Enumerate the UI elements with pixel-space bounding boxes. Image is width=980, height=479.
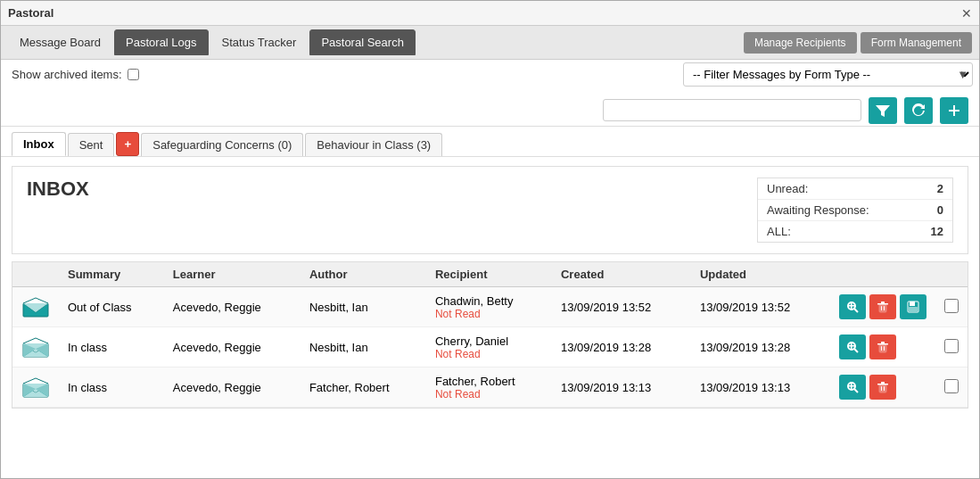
row2-recipient: Cherry, Daniel Not Read [426,327,552,368]
row1-delete-button[interactable] [869,294,896,319]
tab-pastoral-logs[interactable]: Pastoral Logs [114,29,209,55]
row1-view-button[interactable] [839,294,866,319]
email-read2-svg [22,376,49,398]
subtab-safeguarding[interactable]: Safeguarding Concerns (0) [141,133,303,156]
row1-checkbox[interactable] [944,299,959,313]
row2-action-btns [839,334,926,359]
title-bar: Pastoral ✕ [1,1,979,26]
filter-select[interactable]: -- Filter Messages by Form Type -- [683,62,973,87]
toolbar-row2 [12,97,968,124]
row2-not-read: Not Read [435,348,543,360]
search-icon [846,301,859,313]
subtab-inbox[interactable]: Inbox [12,132,66,156]
row3-author: Fatcher, Robert [301,368,426,408]
filter-button[interactable] [869,97,897,124]
col-updated: Updated [691,262,830,287]
row1-recipient: Chadwin, Betty Not Read [426,287,552,327]
plus-icon [947,103,961,118]
tab-bar: Message Board Pastoral Logs Status Track… [1,26,979,60]
subtab-behaviour[interactable]: Behaviour in Class (3) [305,133,442,156]
row2-checkbox[interactable] [944,339,959,353]
form-management-button[interactable]: Form Management [861,32,972,54]
show-archived-label: Show archived items: [12,68,122,81]
row1-checkbox-cell [935,287,968,327]
filter-select-wrap: -- Filter Messages by Form Type -- ▼ [683,62,968,87]
row2-summary: In class [59,327,164,368]
subtab-sent[interactable]: Sent [68,133,115,156]
row1-recipient-name: Chadwin, Betty [435,294,543,308]
close-button[interactable]: ✕ [961,7,972,20]
svg-line-25 [854,349,858,352]
col-actions [830,262,935,287]
row1-created: 13/09/2019 13:52 [552,287,691,327]
show-archived-control: Show archived items: [12,68,139,81]
svg-marker-0 [876,105,890,117]
svg-rect-13 [881,306,882,310]
row3-checkbox[interactable] [944,379,959,393]
row2-delete-button[interactable] [869,334,896,359]
tab-pastoral-search[interactable]: Pastoral Search [309,29,416,55]
svg-rect-29 [877,343,888,345]
col-author: Author [301,262,426,287]
all-value: 12 [931,225,943,238]
email-open-svg [22,296,49,318]
svg-rect-27 [851,343,852,349]
row1-not-read: Not Read [435,308,543,320]
trash-icon [877,301,889,313]
manage-recipients-button[interactable]: Manage Recipients [744,32,857,54]
svg-rect-11 [877,303,888,305]
svg-rect-10 [879,304,886,312]
search-icon [846,341,859,353]
row1-learner: Acevedo, Reggie [164,287,301,327]
filter-text-input[interactable] [603,99,861,121]
inbox-stats: Unread: 2 Awaiting Response: 0 ALL: 12 [757,178,953,243]
refresh-button[interactable] [904,97,933,124]
svg-rect-31 [881,346,882,351]
search-icon [846,381,859,393]
row2-learner: Acevedo, Reggie [164,327,301,368]
save-icon [907,301,919,313]
svg-rect-9 [851,303,852,309]
tab-status-tracker[interactable]: Status Tracker [210,29,309,55]
all-label: ALL: [767,225,791,238]
table-row: Out of Class Acevedo, Reggie Nesbitt, Ia… [12,287,968,327]
svg-rect-16 [910,301,915,306]
row3-recipient: Fatcher, Robert Not Read [426,368,552,408]
row3-recipient-name: Fatcher, Robert [435,375,543,388]
svg-rect-43 [879,384,886,392]
row3-created: 13/09/2019 13:13 [552,368,691,408]
col-summary: Summary [59,262,164,287]
row3-checkbox-cell [935,368,968,408]
stat-row-unread: Unread: 2 [758,178,952,200]
toolbar: Show archived items: -- Filter Messages … [1,60,979,127]
row2-view-button[interactable] [839,334,866,359]
row1-icon-cell [12,287,59,327]
trash-icon [877,381,889,393]
envelope-read2-icon [21,373,50,401]
svg-rect-2 [949,110,959,111]
svg-rect-44 [877,384,888,385]
svg-rect-28 [879,344,886,352]
main-window: Pastoral ✕ Message Board Pastoral Logs S… [0,0,980,479]
row1-save-button[interactable] [900,294,926,319]
envelope-open-icon [21,293,50,321]
tab-bar-right: Manage Recipients Form Management [744,32,972,54]
show-archived-checkbox[interactable] [128,69,139,80]
row1-summary: Out of Class [59,287,164,327]
row3-delete-button[interactable] [869,375,896,400]
add-button[interactable] [940,97,968,124]
subtab-add-button[interactable]: + [116,132,139,156]
tab-message-board[interactable]: Message Board [8,29,112,55]
svg-rect-42 [851,384,852,389]
row2-created: 13/09/2019 13:28 [552,327,691,368]
subtab-bar: Inbox Sent + Safeguarding Concerns (0) B… [1,127,979,157]
svg-line-40 [854,389,858,392]
svg-rect-32 [884,346,885,351]
row3-view-button[interactable] [839,375,866,400]
stat-row-awaiting: Awaiting Response: 0 [758,200,952,221]
row2-checkbox-cell [935,327,968,368]
trash-icon [877,341,889,353]
messages-table: Summary Learner Author Recipient Created… [12,262,968,408]
svg-rect-45 [881,382,885,384]
row3-summary: In class [59,368,164,408]
